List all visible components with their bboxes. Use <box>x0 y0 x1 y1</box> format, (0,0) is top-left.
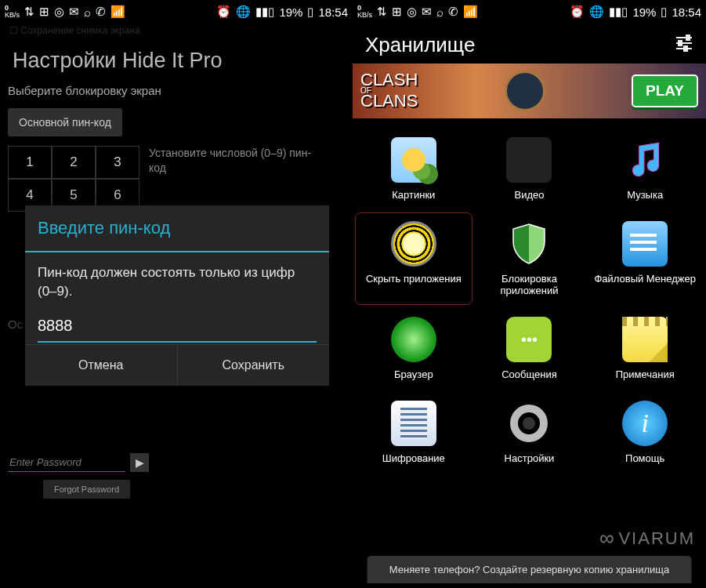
svg-point-6 <box>523 417 535 430</box>
cat-hide-apps[interactable]: Скрыть приложения <box>356 213 472 304</box>
key-2[interactable]: 2 <box>52 146 96 179</box>
shield-icon <box>506 221 552 267</box>
cat-settings[interactable]: Настройки <box>472 393 588 472</box>
settings-sliders-icon[interactable] <box>675 34 693 56</box>
ad-banner[interactable]: CLASH OF CLANS PLAY <box>353 64 706 118</box>
cat-messages[interactable]: ••• Сообщения <box>472 309 588 388</box>
tab-pin[interactable]: Основной пин-код <box>8 108 122 136</box>
ad-play-button[interactable]: PLAY <box>632 74 698 107</box>
cat-music[interactable]: Музыка <box>587 129 703 209</box>
info-icon <box>622 401 668 446</box>
svg-rect-3 <box>679 41 682 45</box>
cat-video[interactable]: Видео <box>472 129 588 209</box>
folder-icon <box>622 221 668 267</box>
cat-file-manager[interactable]: Файловый Менеджер <box>587 213 703 304</box>
page-title: Настройки Hide It Pro <box>0 38 353 81</box>
status-bar: 0KB/s ⇅⊞◎✉⌕✆📶 ⏰🌐▮▮▯19%▯ 18:54 <box>353 0 706 24</box>
cat-app-lock[interactable]: Блокировка приложений <box>472 213 588 304</box>
password-input[interactable] <box>8 453 125 472</box>
phone-right: 0KB/s ⇅⊞◎✉⌕✆📶 ⏰🌐▮▮▯19%▯ 18:54 Хранилище … <box>353 0 706 588</box>
ad-logo: CLASH OF CLANS <box>360 73 418 109</box>
cat-encrypt[interactable]: Шифрование <box>356 393 472 472</box>
pin-keypad: 1 2 3 4 5 6 <box>8 146 139 212</box>
gear-icon <box>506 401 552 446</box>
svg-rect-1 <box>686 35 690 40</box>
submit-icon[interactable]: ▶ <box>130 453 149 472</box>
chat-icon: ••• <box>506 317 552 362</box>
ad-character <box>505 71 545 111</box>
phone-left: 0KB/s ⇅⊞◎✉⌕✆📶 ⏰🌐▮▮▯19%▯ 18:54 ☐ Сохранен… <box>0 0 353 588</box>
page-subtitle: Выберите блокировку экран <box>0 81 353 108</box>
cat-browser[interactable]: Браузер <box>356 309 472 388</box>
pin-input[interactable] <box>38 314 317 341</box>
key-1[interactable]: 1 <box>8 146 52 179</box>
backup-banner[interactable]: Меняете телефон? Создайте резервную копи… <box>367 556 692 583</box>
cat-pictures[interactable]: Картинки <box>356 129 472 209</box>
document-icon <box>391 401 436 446</box>
page-title: Хранилище <box>365 33 475 57</box>
hazard-icon <box>391 221 436 267</box>
cat-notes[interactable]: Примечания <box>587 309 703 388</box>
pin-help-text: Установите числовой (0–9) пин-код <box>149 146 313 212</box>
dialog-body: Пин-код должен состоять только из цифр (… <box>25 252 329 306</box>
category-grid: Картинки Видео Музыка Скрыть приложения … <box>353 118 706 483</box>
watermark: ∞VIARUM <box>599 526 695 550</box>
dialog-title: Введите пин-код <box>25 205 329 252</box>
key-3[interactable]: 3 <box>96 146 139 179</box>
net-icon: ⇅ <box>24 5 34 19</box>
music-icon <box>622 137 668 183</box>
globe-icon <box>391 317 436 362</box>
pin-dialog: Введите пин-код Пин-код должен состоять … <box>25 205 329 386</box>
note-icon <box>622 317 668 362</box>
pictures-icon <box>391 137 436 183</box>
svg-rect-5 <box>684 46 687 51</box>
cat-help[interactable]: Помощь <box>587 393 703 472</box>
video-icon <box>506 137 552 183</box>
forgot-password[interactable]: Forgot Password <box>43 480 130 499</box>
save-button[interactable]: Сохранить <box>177 345 330 386</box>
status-bar: 0KB/s ⇅⊞◎✉⌕✆📶 ⏰🌐▮▮▯19%▯ 18:54 <box>0 0 353 24</box>
cancel-button[interactable]: Отмена <box>25 345 177 386</box>
